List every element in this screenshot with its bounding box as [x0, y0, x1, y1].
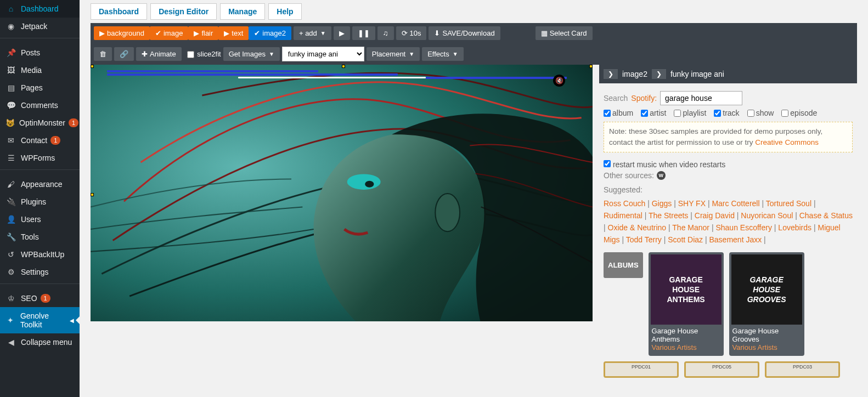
layer-image-button[interactable]: ✔ image [150, 26, 188, 40]
sidebar-item-wpforms[interactable]: ☰WPForms [0, 149, 80, 167]
animation-select[interactable]: funky image ani [282, 47, 364, 61]
suggested-link[interactable]: The Manor [672, 223, 709, 232]
sidebar-item-wpbackitup[interactable]: ↺WPBackItUp [0, 246, 80, 263]
album-cover: GARAGEHOUSEANTHEMS [651, 254, 722, 325]
album-card[interactable]: GARAGEHOUSEANTHEMSGarage House AnthemsVa… [649, 252, 724, 356]
album-card[interactable]: PPDC01 [604, 361, 679, 378]
music-button[interactable]: ♫ [377, 26, 394, 40]
slice2fit-control[interactable]: slice2fit [184, 50, 221, 58]
album-artist: Various Artists [731, 343, 802, 354]
suggested-link[interactable]: Shaun Escoffery [715, 223, 771, 232]
link-button[interactable]: 🔗 [114, 47, 134, 61]
sidebar-item-appearance[interactable]: 🖌Appearance [0, 175, 80, 193]
add-layer-button[interactable]: + add ▼ [294, 26, 331, 40]
save-download-button[interactable]: ⬇ SAVE/Download [429, 26, 500, 40]
get-images-button[interactable]: Get Images ▼ [223, 47, 280, 61]
suggested-link[interactable]: Scott Diaz [668, 235, 703, 244]
filter-track-checkbox[interactable] [714, 110, 721, 117]
sidebar-item-media[interactable]: 🖼Media [0, 61, 80, 79]
dropdown-icon: ▼ [453, 51, 458, 57]
album-card[interactable]: GARAGEHOUSEGROOVESGarage House GroovesVa… [729, 252, 804, 356]
sidebar-item-users[interactable]: 👤Users [0, 211, 80, 228]
filter-playlist-checkbox[interactable] [674, 110, 681, 117]
suggested-link[interactable]: Basement Jaxx [709, 235, 762, 244]
placement-button[interactable]: Placement ▼ [367, 47, 420, 61]
breadcrumb-anim: funky image ani [670, 70, 724, 78]
suggested-link[interactable]: Todd Terry [626, 235, 662, 244]
suggested-link[interactable]: Chase & Status [799, 211, 853, 220]
filter-episode-checkbox[interactable] [781, 110, 788, 117]
layer-background-button[interactable]: ▶ background [94, 26, 150, 40]
sidebar-item-optinmonster[interactable]: 😺OptinMonster1 [0, 114, 80, 132]
restart-control[interactable]: restart music when video restarts [604, 160, 725, 169]
search-row: Search Spotify: [604, 91, 853, 105]
filter-show-checkbox[interactable] [747, 110, 754, 117]
suggested-link[interactable]: Giggs [652, 199, 672, 208]
tab-dashboard[interactable]: Dashboard [91, 3, 147, 20]
chevron-right-icon[interactable]: ❯ [604, 69, 618, 79]
animate-button[interactable]: ✚ Animate [136, 47, 182, 61]
layer-image2-button[interactable]: ✔ image2 [249, 26, 291, 40]
menu-icon: 📌 [5, 48, 16, 57]
sidebar-item-plugins[interactable]: 🔌Plugins [0, 193, 80, 211]
menu-icon: ⌂ [5, 4, 16, 13]
sidebar-item-settings[interactable]: ⚙Settings [0, 263, 80, 281]
prefix-icon: ✔ [155, 29, 161, 37]
suggested-link[interactable]: Tortured Soul [766, 199, 811, 208]
delete-button[interactable]: 🗑 [94, 47, 112, 61]
design-canvas[interactable]: 🔇 [91, 65, 593, 321]
filter-show[interactable]: show [747, 109, 774, 117]
restart-checkbox[interactable] [604, 160, 611, 167]
sidebar-item-contact[interactable]: ✉Contact1 [0, 132, 80, 149]
sidebar-item-collapse-menu[interactable]: ◀Collapse menu [0, 333, 80, 351]
suggested-link[interactable]: Craig David [695, 211, 735, 220]
tab-help[interactable]: Help [268, 3, 301, 20]
sidebar-item-genolve-toolkit[interactable]: ✦Genolve Toolkit◀ [0, 307, 80, 333]
effects-button[interactable]: Effects ▼ [422, 47, 463, 61]
prefix-icon: ▶ [194, 29, 199, 37]
menu-label: Collapse menu [21, 338, 72, 347]
layer-text-button[interactable]: ▶ text [218, 26, 249, 40]
filter-episode[interactable]: episode [781, 109, 817, 117]
sidebar-item-seo[interactable]: ♔SEO1 [0, 290, 80, 307]
menu-label: WPBackItUp [21, 250, 64, 259]
play-button[interactable]: ▶ [334, 26, 350, 40]
tab-manage[interactable]: Manage [220, 3, 265, 20]
sidebar-item-dashboard[interactable]: ⌂Dashboard [0, 0, 80, 18]
suggested-link[interactable]: Ross Couch [604, 199, 645, 208]
album-card[interactable]: PPDC03 [765, 361, 840, 378]
sidebar-item-jetpack[interactable]: ◉Jetpack [0, 18, 80, 35]
suggested-link[interactable]: The Streets [649, 211, 688, 220]
slice2fit-checkbox[interactable] [187, 51, 194, 58]
suggested-link[interactable]: Marc Cotterell [712, 199, 759, 208]
filter-album[interactable]: album [604, 109, 633, 117]
suggested-link[interactable]: Rudimental [604, 211, 642, 220]
sidebar-item-pages[interactable]: ▤Pages [0, 79, 80, 97]
timer-icon: ⟳ [402, 29, 408, 37]
edit-toolbar: 🗑 🔗 ✚ Animate slice2fit Get Images ▼ fun… [91, 43, 857, 65]
creative-commons-link[interactable]: Creative Commons [755, 138, 819, 146]
filter-playlist[interactable]: playlist [674, 109, 706, 117]
wordpress-icon[interactable]: W [657, 171, 666, 180]
filter-album-checkbox[interactable] [604, 110, 611, 117]
sidebar-item-posts[interactable]: 📌Posts [0, 44, 80, 61]
timer-button[interactable]: ⟳10s [396, 26, 427, 40]
suggested-link[interactable]: Oxide & Neutrino [608, 223, 667, 232]
suggested-link[interactable]: Nuyorican Soul [741, 211, 793, 220]
sidebar-item-comments[interactable]: 💬Comments [0, 97, 80, 114]
album-card[interactable]: PPDC05 [684, 361, 759, 378]
filter-track[interactable]: track [714, 109, 739, 117]
sidebar-item-tools[interactable]: 🔧Tools [0, 228, 80, 246]
suggested-link[interactable]: Lovebirds [778, 223, 811, 232]
suggested-link[interactable]: SHY FX [678, 199, 706, 208]
layer-flair-button[interactable]: ▶ flair [188, 26, 218, 40]
search-input[interactable] [660, 91, 742, 105]
tab-design-editor[interactable]: Design Editor [150, 3, 217, 20]
filter-artist[interactable]: artist [641, 109, 666, 117]
menu-icon: ◉ [5, 22, 16, 31]
chevron-right-icon[interactable]: ❯ [652, 69, 666, 79]
select-card-button[interactable]: ▦ Select Card [536, 26, 593, 40]
filter-artist-checkbox[interactable] [641, 110, 648, 117]
pause-button[interactable]: ❚❚ [352, 26, 375, 40]
mute-icon[interactable]: 🔇 [553, 75, 565, 87]
